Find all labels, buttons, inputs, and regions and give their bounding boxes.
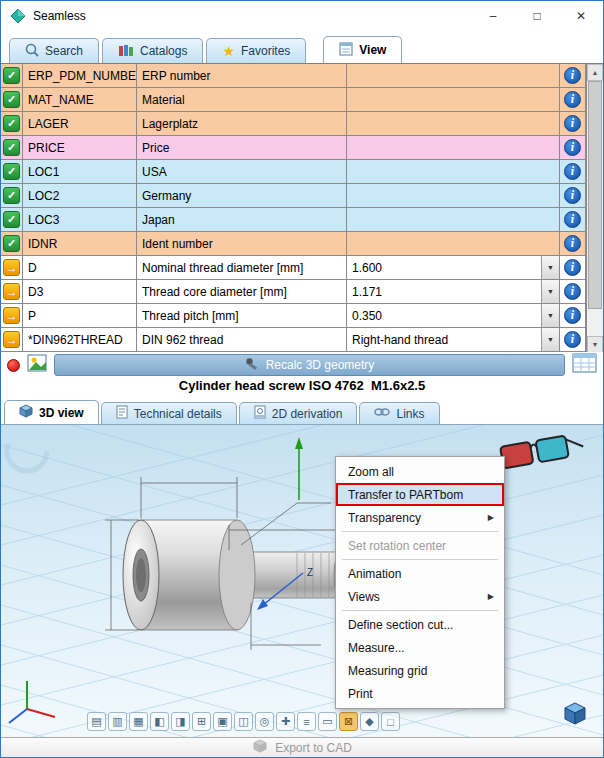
viewport-tool-icon[interactable]: ≡ <box>297 712 316 731</box>
viewport-tool-icon[interactable]: ▤ <box>87 712 106 731</box>
tab-catalogs[interactable]: Catalogs <box>102 38 203 63</box>
dropdown-button[interactable]: ▼ <box>541 280 559 303</box>
viewport-tool-icon[interactable]: ▣ <box>213 712 232 731</box>
attribute-value[interactable] <box>347 136 560 159</box>
dropdown-button[interactable]: ▼ <box>541 304 559 327</box>
table-scrollbar[interactable]: ▲ ▼ <box>586 64 603 352</box>
menu-item-transparency[interactable]: Transparency▶ <box>336 506 504 529</box>
attribute-value[interactable] <box>347 208 560 231</box>
table-row[interactable]: ✓ LOC1 USA i <box>1 160 586 184</box>
table-row[interactable]: → D3 Thread core diameter [mm] 1.171 ▼ i <box>1 280 586 304</box>
table-view-icon[interactable] <box>572 353 597 377</box>
viewport-tool-icon[interactable]: ◫ <box>234 712 253 731</box>
attribute-value[interactable] <box>347 88 560 111</box>
value-combobox[interactable]: 1.600 ▼ <box>347 256 560 279</box>
maximize-button[interactable]: □ <box>515 1 559 31</box>
record-icon[interactable] <box>7 359 20 372</box>
tab-2d-derivation[interactable]: 2D derivation <box>239 402 358 424</box>
menu-item-transfer-to-partbom[interactable]: Transfer to PARTbom <box>336 483 504 506</box>
attribute-value[interactable] <box>347 112 560 135</box>
info-button[interactable]: i <box>560 256 586 279</box>
tab-view[interactable]: View <box>323 36 402 63</box>
dropdown-button[interactable]: ▼ <box>541 256 559 279</box>
info-button[interactable]: i <box>560 160 586 183</box>
menu-item-define-section-cut[interactable]: Define section cut... <box>336 613 504 636</box>
viewport-tool-icon[interactable]: ⊞ <box>192 712 211 731</box>
attribute-name: LOC2 <box>23 184 137 207</box>
scroll-up-button[interactable]: ▲ <box>587 64 603 81</box>
close-button[interactable]: ✕ <box>559 1 603 31</box>
info-icon: i <box>564 139 581 156</box>
tab-label: Links <box>396 407 424 421</box>
value-combobox[interactable]: Right-hand thread ▼ <box>347 328 560 351</box>
menu-item-set-rotation-center[interactable]: Set rotation center <box>336 534 504 557</box>
table-row[interactable]: → *DIN962THREAD DIN 962 thread Right-han… <box>1 328 586 352</box>
value-combobox[interactable]: 0.350 ▼ <box>347 304 560 327</box>
tab-technical-details[interactable]: Technical details <box>101 402 237 424</box>
main-tab-strip: Search Catalogs ★ Favorites View <box>1 31 603 63</box>
info-button[interactable]: i <box>560 328 586 351</box>
context-menu: Zoom all Transfer to PARTbom Transparenc… <box>335 456 505 709</box>
tab-3d-view[interactable]: 3D view <box>4 400 99 424</box>
viewport-tool-icon[interactable]: ◧ <box>150 712 169 731</box>
dropdown-button[interactable]: ▼ <box>541 328 559 351</box>
table-row[interactable]: ✓ PRICE Price i <box>1 136 586 160</box>
menu-item-views[interactable]: Views▶ <box>336 585 504 608</box>
info-button[interactable]: i <box>560 88 586 111</box>
attribute-value[interactable] <box>347 64 560 87</box>
3d-viewport[interactable]: Z ▤ ▥ ▦ ◧ ◨ ⊞ ▣ ◫ <box>1 425 603 737</box>
menu-item-print[interactable]: Print <box>336 682 504 705</box>
attribute-value[interactable] <box>347 232 560 255</box>
info-button[interactable]: i <box>560 304 586 327</box>
chevron-down-icon: ▼ <box>547 312 554 319</box>
viewport-tool-icon[interactable]: ▦ <box>129 712 148 731</box>
table-row[interactable]: → D Nominal thread diameter [mm] 1.600 ▼… <box>1 256 586 280</box>
table-row[interactable]: ✓ IDNR Ident number i <box>1 232 586 256</box>
scroll-up-icon: ▲ <box>592 69 599 76</box>
value-combobox[interactable]: 1.171 ▼ <box>347 280 560 303</box>
menu-item-zoom-all[interactable]: Zoom all <box>336 460 504 483</box>
recalc-3d-geometry-button[interactable]: Recalc 3D geometry <box>54 354 565 376</box>
table-row[interactable]: ✓ MAT_NAME Material i <box>1 88 586 112</box>
attribute-value[interactable] <box>347 160 560 183</box>
tab-favorites[interactable]: ★ Favorites <box>206 38 306 63</box>
row-status-cell: ✓ <box>1 88 23 111</box>
viewport-tool-icon[interactable]: ▭ <box>318 712 337 731</box>
z-axis-label: Z <box>307 567 313 578</box>
tab-search[interactable]: Search <box>9 38 99 63</box>
table-row[interactable]: ✓ ERP_PDM_NUMBER ERP number i <box>1 64 586 88</box>
viewport-tool-icon[interactable]: ◎ <box>255 712 274 731</box>
table-row[interactable]: ✓ LAGER Lagerplatz i <box>1 112 586 136</box>
row-status-cell: ✓ <box>1 136 23 159</box>
attribute-description: Thread core diameter [mm] <box>137 280 347 303</box>
tab-label: Search <box>45 44 83 58</box>
preview-icon[interactable] <box>27 354 47 376</box>
menu-item-animation[interactable]: Animation <box>336 562 504 585</box>
viewport-tool-icon[interactable]: ◆ <box>360 712 379 731</box>
info-button[interactable]: i <box>560 232 586 255</box>
table-row[interactable]: ✓ LOC2 Germany i <box>1 184 586 208</box>
viewport-tool-icon[interactable]: ▥ <box>108 712 127 731</box>
cube-icon[interactable] <box>563 701 587 729</box>
viewport-tool-icon[interactable]: □ <box>381 712 400 731</box>
menu-item-measure[interactable]: Measure... <box>336 636 504 659</box>
viewport-tool-icon[interactable]: ✚ <box>276 712 295 731</box>
tab-links[interactable]: Links <box>359 402 439 424</box>
viewport-tool-icon-active[interactable]: ⊠ <box>339 712 358 731</box>
table-row[interactable]: → P Thread pitch [mm] 0.350 ▼ i <box>1 304 586 328</box>
info-button[interactable]: i <box>560 208 586 231</box>
scrollbar-thumb[interactable] <box>588 81 602 309</box>
attribute-description: Germany <box>137 184 347 207</box>
table-row[interactable]: ✓ LOC3 Japan i <box>1 208 586 232</box>
info-button[interactable]: i <box>560 184 586 207</box>
menu-item-measuring-grid[interactable]: Measuring grid <box>336 659 504 682</box>
export-to-cad-button[interactable]: Export to CAD <box>1 737 603 757</box>
viewport-tool-icon[interactable]: ◨ <box>171 712 190 731</box>
info-button[interactable]: i <box>560 280 586 303</box>
info-button[interactable]: i <box>560 136 586 159</box>
info-button[interactable]: i <box>560 64 586 87</box>
attribute-value[interactable] <box>347 184 560 207</box>
info-button[interactable]: i <box>560 112 586 135</box>
scroll-down-button[interactable]: ▼ <box>587 336 603 352</box>
minimize-button[interactable]: – <box>471 1 515 31</box>
